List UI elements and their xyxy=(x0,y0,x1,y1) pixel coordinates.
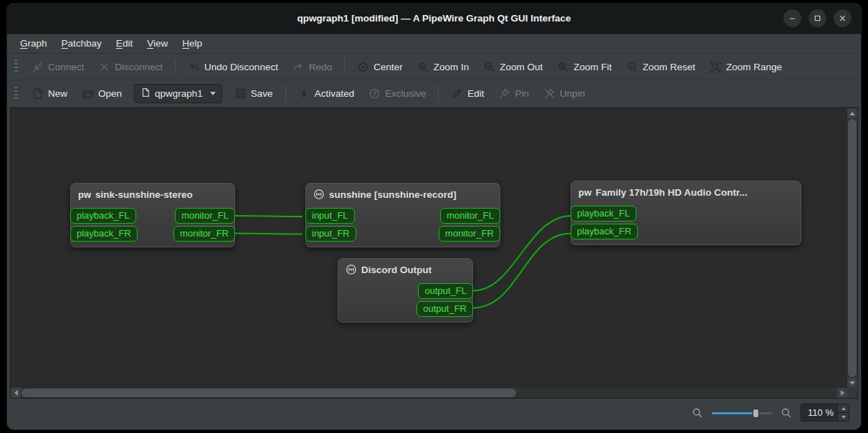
button-label: Zoom Fit xyxy=(573,62,611,72)
activated-toggle[interactable]: Activated xyxy=(292,84,361,103)
pin-button[interactable]: Pin xyxy=(492,84,535,103)
port-monitor-fr[interactable]: monitor_FR xyxy=(173,226,235,242)
port-playback-fr[interactable]: playback_FR xyxy=(571,224,638,239)
zoom-percent-spinbox[interactable]: 110 % xyxy=(801,404,849,422)
connection-monitor-fr-to-input-fr xyxy=(235,234,302,234)
menu-edit[interactable]: Edit xyxy=(109,35,140,52)
center-button[interactable]: Center xyxy=(350,57,409,77)
new-button[interactable]: New xyxy=(25,84,74,103)
unpin-icon xyxy=(543,87,555,100)
spin-down-button[interactable] xyxy=(838,412,849,421)
toolbar-handle[interactable] xyxy=(14,87,18,101)
button-label: Disconnect xyxy=(115,62,163,72)
vertical-scrollbar[interactable] xyxy=(847,108,857,388)
menu-label: raph xyxy=(28,38,47,49)
arrow-up-icon xyxy=(849,112,855,115)
scroll-down-button[interactable] xyxy=(847,378,857,388)
patchbay-toolbar: New Open qpwgraph1 Save Activated f Excl… xyxy=(7,80,861,108)
patchbay-profile-combobox[interactable]: qpwgraph1 xyxy=(134,84,222,103)
menu-label: P xyxy=(62,38,68,49)
port-playback-fr[interactable]: playback_FR xyxy=(70,226,138,242)
spin-up-button[interactable] xyxy=(838,404,849,412)
port-input-fl[interactable]: input_FL xyxy=(305,208,355,224)
combobox-value: qpwgraph1 xyxy=(155,88,203,99)
undo-disconnect-button[interactable]: Undo Disconnect xyxy=(181,57,285,77)
node-sink-sunshine-stereo[interactable]: pw sink-sunshine-stereo playback_FL play… xyxy=(70,183,235,247)
node-discord-output[interactable]: Discord Output output_FL output_FR xyxy=(338,258,473,323)
close-icon xyxy=(837,13,848,24)
node-ports: output_FL output_FR xyxy=(338,283,472,317)
node-header: pw Family 17h/19h HD Audio Contr... xyxy=(571,181,801,203)
menu-label: H xyxy=(182,38,189,49)
toolbar-handle[interactable] xyxy=(14,60,18,74)
toolbar-separator xyxy=(175,59,176,75)
zoom-percent-value[interactable]: 110 % xyxy=(801,404,837,421)
connect-button[interactable]: Connect xyxy=(25,57,90,77)
exclusive-toggle[interactable]: f Exclusive xyxy=(362,84,432,103)
scrollbar-corner xyxy=(847,388,857,398)
zoom-out-icon[interactable] xyxy=(692,407,703,419)
scroll-right-button[interactable] xyxy=(837,388,847,398)
horizontal-scrollbar-handle[interactable] xyxy=(22,389,516,397)
button-label: Pin xyxy=(515,88,529,99)
redo-icon xyxy=(292,61,305,73)
button-label: Center xyxy=(373,62,403,72)
port-playback-fl[interactable]: playback_FL xyxy=(571,206,636,222)
file-icon xyxy=(140,87,151,100)
menu-label: V xyxy=(147,38,153,49)
node-ports: playback_FL playback_FR xyxy=(571,206,801,239)
menu-view[interactable]: View xyxy=(140,35,175,52)
node-sunshine-record[interactable]: sunshine [sunshine-record] input_FL inpu… xyxy=(305,183,500,247)
zoom-reset-button[interactable]: Zoom Reset xyxy=(620,57,702,77)
vertical-scrollbar-handle[interactable] xyxy=(848,119,857,377)
button-label: Zoom In xyxy=(434,62,469,72)
redo-button[interactable]: Redo xyxy=(286,57,338,77)
port-monitor-fl[interactable]: monitor_FL xyxy=(440,208,500,224)
port-monitor-fl[interactable]: monitor_FL xyxy=(175,208,235,224)
node-title: sunshine [sunshine-record] xyxy=(329,189,457,200)
chevron-down-icon xyxy=(210,92,216,95)
menubar: Graph Patchbay Edit View Help xyxy=(7,34,861,54)
unpin-button[interactable]: Unpin xyxy=(537,84,591,103)
menu-graph[interactable]: Graph xyxy=(13,35,54,52)
menu-label: dit xyxy=(123,38,133,49)
graph-canvas[interactable]: pw sink-sunshine-stereo playback_FL play… xyxy=(10,108,858,399)
zoom-slider-handle[interactable] xyxy=(753,409,759,418)
port-output-fr[interactable]: output_FR xyxy=(416,301,473,317)
save-icon xyxy=(234,87,247,100)
port-input-fr[interactable]: input_FR xyxy=(305,226,356,242)
zoom-in-button[interactable]: Zoom In xyxy=(411,57,476,77)
zoom-in-icon[interactable] xyxy=(781,407,792,419)
arrow-up-icon xyxy=(841,407,846,410)
disconnect-button[interactable]: Disconnect xyxy=(92,57,169,77)
zoom-slider[interactable] xyxy=(712,407,772,419)
save-button[interactable]: Save xyxy=(228,84,280,103)
undo-icon xyxy=(188,61,200,73)
menu-help[interactable]: Help xyxy=(175,35,209,52)
maximize-button[interactable] xyxy=(809,9,826,27)
port-output-fl[interactable]: output_FL xyxy=(418,283,473,299)
open-button[interactable]: Open xyxy=(75,84,128,103)
svg-text:f: f xyxy=(373,90,376,97)
horizontal-scrollbar[interactable] xyxy=(11,388,847,398)
menu-label: atchbay xyxy=(68,38,102,49)
scroll-left-button[interactable] xyxy=(11,388,21,398)
button-label: Unpin xyxy=(560,88,585,99)
scroll-up-button[interactable] xyxy=(847,108,857,118)
zoom-range-button[interactable]: Zoom Range xyxy=(703,57,788,77)
menu-label: G xyxy=(20,38,28,49)
zoom-in-icon xyxy=(417,61,429,73)
menu-patchbay[interactable]: Patchbay xyxy=(54,35,109,52)
port-playback-fl[interactable]: playback_FL xyxy=(70,208,136,224)
close-button[interactable] xyxy=(834,9,852,27)
new-file-icon xyxy=(32,87,44,100)
slider-fill xyxy=(712,412,755,414)
port-monitor-fr[interactable]: monitor_FR xyxy=(439,226,500,242)
minimize-button[interactable] xyxy=(783,9,801,27)
edit-toggle[interactable]: Edit xyxy=(444,84,490,103)
zoom-out-button[interactable]: Zoom Out xyxy=(477,57,549,77)
titlebar[interactable]: qpwgraph1 [modified] — A PipeWire Graph … xyxy=(7,4,861,34)
zoom-fit-button[interactable]: Zoom Fit xyxy=(550,57,618,77)
window-title: qpwgraph1 [modified] — A PipeWire Graph … xyxy=(297,13,571,24)
node-family-hd-audio[interactable]: pw Family 17h/19h HD Audio Contr... play… xyxy=(571,181,801,245)
